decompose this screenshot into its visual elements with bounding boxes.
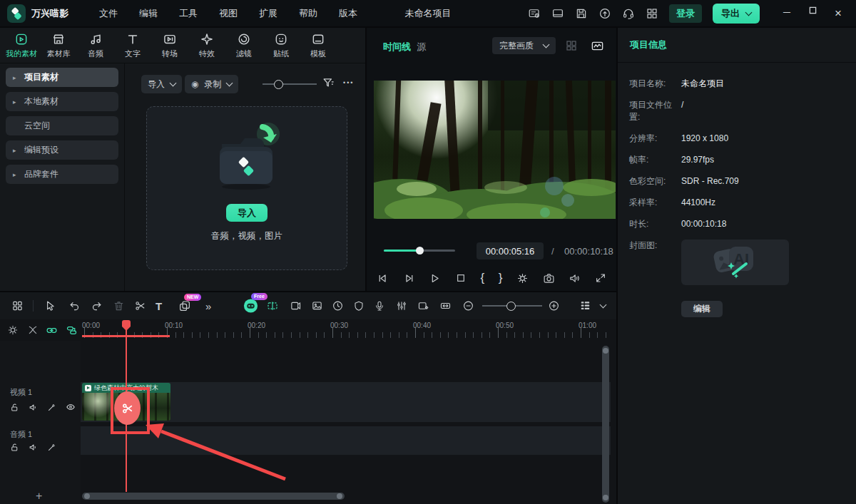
mask-shield-icon[interactable]: [353, 300, 365, 312]
mark-out-button[interactable]: }: [499, 271, 503, 285]
maximize-button[interactable]: [802, 6, 823, 21]
mute-speaker-icon[interactable]: [29, 443, 38, 452]
select-cursor-icon[interactable]: [44, 300, 56, 312]
record-menu-button[interactable]: ◉ 录制: [185, 75, 238, 93]
play-button[interactable]: [429, 272, 441, 284]
sidebar-item-local-media[interactable]: ▸ 本地素材: [6, 92, 118, 111]
add-track-button[interactable]: +: [36, 490, 42, 503]
sticker-tool-icon[interactable]: [178, 299, 191, 312]
track-height-icon[interactable]: [579, 300, 591, 312]
sidebar-item-cloud[interactable]: 云空间: [6, 116, 118, 135]
enhance-wand-icon[interactable]: [47, 402, 56, 412]
zoom-slider-knob[interactable]: [506, 302, 516, 311]
cloud-upload-icon[interactable]: [598, 7, 611, 20]
expand-tools-icon[interactable]: »: [205, 300, 211, 312]
crop-clip-icon[interactable]: [290, 300, 302, 312]
delete-trash-icon[interactable]: [113, 300, 125, 312]
tab-stock-media[interactable]: 素材库: [40, 32, 77, 59]
lock-icon[interactable]: [10, 443, 19, 452]
import-dropzone[interactable]: 导入 音频，视频，图片: [146, 106, 347, 270]
tab-effects[interactable]: 特效: [188, 32, 225, 59]
image-export-icon[interactable]: [311, 300, 323, 312]
keyframe-icon[interactable]: [417, 300, 429, 312]
menu-tools[interactable]: 工具: [168, 7, 208, 20]
horizontal-scrollbar[interactable]: [82, 493, 345, 500]
volume-icon[interactable]: [569, 272, 581, 284]
undo-icon[interactable]: [68, 300, 81, 312]
vertical-scrollbar[interactable]: [602, 346, 609, 503]
sidebar-item-brand-kit[interactable]: ▸ 品牌套件: [6, 165, 118, 184]
headset-icon[interactable]: [622, 7, 635, 20]
menu-help[interactable]: 帮助: [288, 7, 328, 20]
media-grid-icon[interactable]: [11, 300, 24, 312]
ripple-trim-icon[interactable]: [27, 324, 39, 336]
scrollbar-knob[interactable]: [337, 493, 342, 499]
track-height-caret[interactable]: [601, 304, 606, 307]
tab-text[interactable]: 文字: [114, 32, 151, 59]
tab-stickers[interactable]: 贴纸: [263, 32, 300, 59]
microphone-icon[interactable]: [374, 300, 385, 312]
minimize-button[interactable]: ─: [776, 6, 798, 21]
progress-knob[interactable]: [416, 247, 424, 254]
video-viewport[interactable]: [374, 81, 616, 219]
tab-my-media[interactable]: 我的素材: [3, 32, 40, 59]
lock-icon[interactable]: [10, 402, 19, 412]
redo-icon[interactable]: [91, 300, 103, 312]
playhead-handle[interactable]: [122, 320, 131, 326]
tab-filters[interactable]: 滤镜: [225, 32, 263, 59]
text-tool-icon[interactable]: T: [156, 300, 162, 312]
menu-file[interactable]: 文件: [88, 7, 128, 20]
menu-version[interactable]: 版本: [328, 7, 368, 20]
playback-settings-icon[interactable]: [516, 272, 529, 284]
auto-ripple-icon[interactable]: [439, 300, 452, 312]
login-button[interactable]: 登录: [669, 4, 702, 23]
stop-button[interactable]: [455, 272, 467, 284]
multiview-grid-icon[interactable]: [565, 39, 578, 52]
mark-in-button[interactable]: {: [481, 271, 485, 285]
cover-thumbnail[interactable]: AI: [681, 240, 789, 285]
tab-transitions[interactable]: 转场: [151, 32, 188, 59]
scrollbar-knob[interactable]: [603, 348, 608, 354]
filter-funnel-icon[interactable]: [322, 76, 335, 90]
thumbnail-size-slider[interactable]: [263, 83, 317, 85]
timeline-zoom-slider[interactable]: [482, 305, 542, 307]
timeline-ruler[interactable]: 00:00 00:10 00:20 00:30 00:40 00:50 01:0…: [0, 319, 616, 341]
enhance-wand-icon[interactable]: [47, 443, 56, 452]
snapshot-camera-icon[interactable]: [543, 272, 555, 284]
sidebar-item-presets[interactable]: ▸ 编辑预设: [6, 140, 118, 160]
device-icon[interactable]: [551, 7, 564, 20]
tab-audio[interactable]: 音频: [77, 32, 114, 59]
project-list-icon[interactable]: [528, 7, 541, 20]
more-icon[interactable]: •••: [343, 79, 354, 86]
edit-cover-button[interactable]: 编辑: [681, 301, 723, 317]
menu-extensions[interactable]: 扩展: [248, 7, 288, 20]
preview-tab-source[interactable]: 源: [417, 41, 426, 53]
export-button[interactable]: 导出: [713, 4, 760, 24]
save-icon[interactable]: [575, 7, 588, 20]
zoom-in-icon[interactable]: [548, 300, 560, 312]
import-button[interactable]: 导入: [226, 204, 268, 222]
link-clips-icon[interactable]: [46, 324, 58, 336]
split-scissors-icon[interactable]: [134, 300, 146, 312]
sidebar-item-project-media[interactable]: ▸ 项目素材: [6, 68, 118, 87]
quality-dropdown[interactable]: 完整画质: [492, 37, 556, 54]
scrollbar-knob[interactable]: [603, 495, 608, 500]
scrollbar-knob[interactable]: [84, 493, 90, 499]
close-button[interactable]: ×: [827, 6, 849, 21]
scope-icon[interactable]: [591, 39, 604, 53]
speed-icon[interactable]: [332, 300, 344, 312]
visibility-eye-icon[interactable]: [66, 402, 76, 412]
smart-cut-icon[interactable]: [266, 299, 279, 312]
workspace-grid-icon[interactable]: [646, 7, 658, 20]
import-menu-button[interactable]: 导入: [141, 75, 182, 93]
tab-templates[interactable]: 模板: [300, 32, 337, 59]
zoom-out-icon[interactable]: [462, 300, 474, 312]
previous-frame-button[interactable]: [377, 272, 389, 284]
menu-view[interactable]: 视图: [208, 7, 248, 20]
preview-tab-timeline[interactable]: 时间线: [383, 41, 411, 53]
mute-speaker-icon[interactable]: [29, 402, 38, 412]
menu-edit[interactable]: 编辑: [128, 7, 168, 20]
fullscreen-icon[interactable]: [595, 272, 606, 284]
audio-track-lane[interactable]: [81, 426, 611, 455]
slider-knob[interactable]: [274, 80, 283, 89]
